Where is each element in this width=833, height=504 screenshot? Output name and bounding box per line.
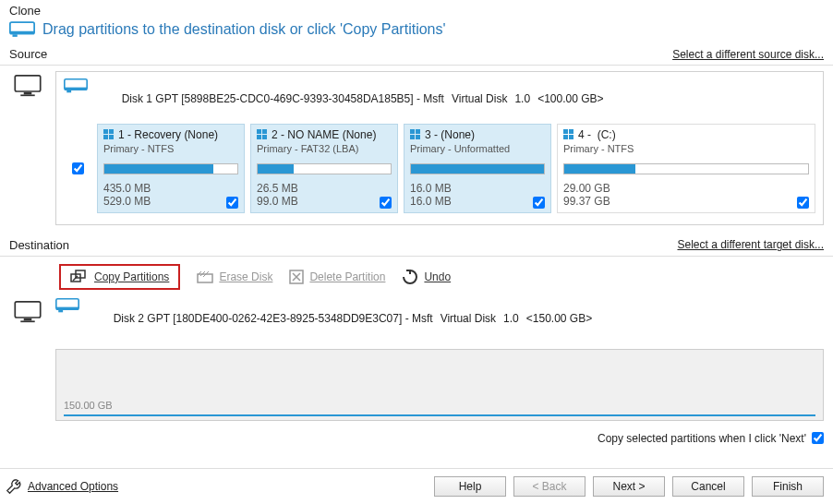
finish-button[interactable]: Finish [752,476,824,497]
disk-icon [55,297,79,314]
destination-label: Destination [9,238,69,252]
next-button[interactable]: Next > [593,476,665,497]
source-disk-info: Disk 1 GPT [5898BE25-CDC0-469C-9393-3045… [93,78,611,124]
windows-icon [103,129,115,140]
windows-icon [410,129,421,140]
windows-icon [563,129,574,140]
partition-3-checkbox[interactable] [533,197,545,209]
monitor-icon [14,75,42,97]
windows-icon [257,129,268,140]
partition-1[interactable]: 1 - Recovery (None) Primary - NTFS 435.0… [97,124,245,213]
destination-disk-bar[interactable]: 150.00 GB [55,349,824,421]
disk-icon [64,78,88,94]
select-all-partitions-checkbox[interactable] [72,162,84,174]
hint-row: Drag partitions to the destination disk … [0,19,833,45]
destination-disk-info: Disk 2 GPT [180DE400-0262-42E3-8925-5348… [85,297,599,343]
advanced-options-link[interactable]: Advanced Options [6,478,118,495]
partition-2-checkbox[interactable] [380,197,392,209]
source-label: Source [9,47,47,61]
usage-bar [103,163,238,174]
cancel-button[interactable]: Cancel [672,476,744,497]
back-button[interactable]: < Back [513,476,586,497]
hint-text: Drag partitions to the destination disk … [42,21,446,38]
undo-button[interactable]: Undo [402,269,451,285]
erase-icon [197,270,213,283]
usage-bar [410,163,545,174]
divider [0,256,833,257]
partition-4-checkbox[interactable] [797,197,809,209]
monitor-icon [14,301,42,323]
copy-partitions-highlight: Copy Partitions [59,264,180,290]
delete-partition-button[interactable]: Delete Partition [289,270,385,284]
copy-icon [70,270,89,284]
help-button[interactable]: Help [434,476,506,497]
select-source-link[interactable]: Select a different source disk... [672,48,824,61]
usage-bar [257,163,392,174]
erase-disk-button[interactable]: Erase Disk [197,270,272,283]
copy-partitions-button[interactable]: Copy Partitions [70,270,169,284]
select-target-link[interactable]: Select a different target disk... [677,238,824,251]
disk-icon [9,21,35,38]
destination-toolbar: Copy Partitions Erase Disk Delete Partit… [0,258,833,294]
delete-icon [289,270,304,284]
destination-free-size: 150.00 GB [64,400,815,411]
copy-next-label: Copy selected partitions when I click 'N… [598,432,806,445]
page-title: Clone [0,0,833,19]
partition-3[interactable]: 3 - (None) Primary - Unformatted 16.0 MB… [404,124,551,213]
undo-icon [402,269,418,285]
partition-4[interactable]: 4 - (C:) Primary - NTFS 29.00 GB99.37 GB [557,124,815,213]
source-disk-panel: Disk 1 GPT [5898BE25-CDC0-469C-9393-3045… [55,71,824,225]
usage-bar [563,163,809,174]
partition-1-checkbox[interactable] [226,197,238,209]
partition-2[interactable]: 2 - NO NAME (None) Primary - FAT32 (LBA)… [250,124,398,213]
divider [0,65,833,66]
wrench-icon [6,478,22,495]
copy-next-checkbox[interactable] [812,432,824,444]
